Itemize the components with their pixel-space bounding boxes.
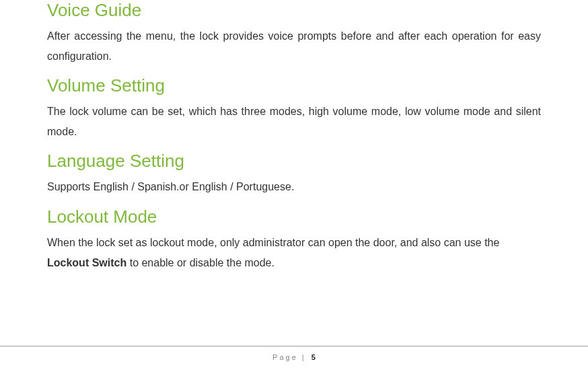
- page-footer: Page | 5: [0, 346, 588, 368]
- page-sep: |: [298, 353, 310, 361]
- heading-voice-guide: Voice Guide: [47, 0, 541, 21]
- body-volume-setting: The lock volume can be set, which has th…: [47, 102, 541, 141]
- body-lockout-mode: When the lock set as lockout mode, only …: [47, 233, 541, 272]
- heading-lockout-mode: Lockout Mode: [47, 207, 541, 227]
- heading-volume-setting: Volume Setting: [47, 75, 541, 96]
- body-lockout-bold: Lockout Switch: [47, 257, 126, 268]
- body-lockout-pre: When the lock set as lockout mode, only …: [47, 237, 499, 248]
- body-voice-guide: After accessing the menu, the lock provi…: [47, 26, 541, 66]
- body-lockout-post: to enable or disable the mode.: [126, 257, 274, 268]
- page-number: 5: [311, 353, 316, 361]
- footer-divider: [0, 346, 588, 346]
- page-label: Page: [272, 353, 298, 361]
- body-language-setting: Supports English / Spanish.or English / …: [47, 177, 541, 197]
- heading-language-setting: Language Setting: [47, 151, 541, 172]
